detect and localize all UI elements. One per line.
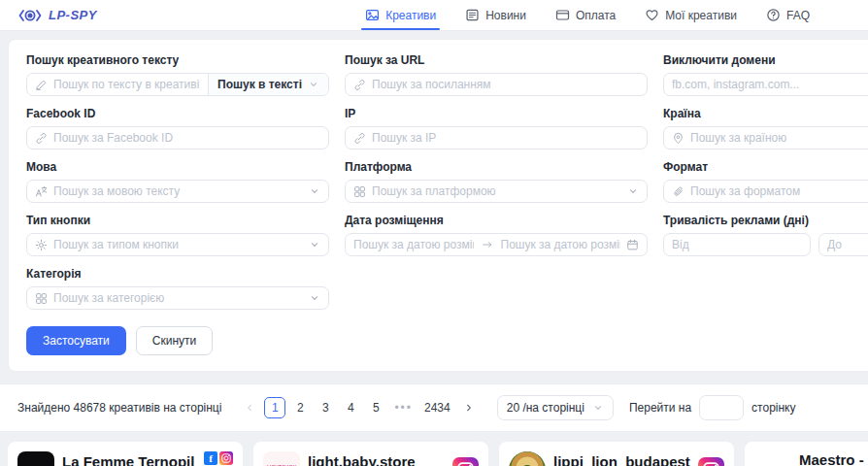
brand-logo[interactable]: LP-SPY — [17, 8, 97, 23]
pagination: 1 2 3 4 5 ••• 2434 — [239, 397, 479, 418]
instagram-icon — [698, 457, 724, 466]
map-pin-icon — [672, 132, 684, 145]
language-select[interactable] — [53, 184, 303, 198]
chevron-down-icon — [309, 239, 320, 250]
placement-date-label: Дата розміщення — [345, 214, 648, 227]
format-label: Формат — [663, 160, 868, 174]
creative-text-input[interactable] — [53, 78, 200, 91]
top-bar: LP-SPY Креативи Новини Оплата Мої креати… — [0, 0, 868, 31]
pagination-page-2[interactable]: 2 — [289, 397, 311, 418]
pagination-page-5[interactable]: 5 — [365, 397, 386, 418]
date-from-input[interactable] — [353, 238, 474, 251]
ip-input[interactable] — [372, 131, 639, 145]
ip-label: IP — [345, 107, 648, 120]
platform-select[interactable] — [372, 184, 621, 198]
facebook-id-input[interactable] — [53, 131, 320, 145]
arrow-right-icon — [482, 239, 493, 250]
pagination-next-button[interactable] — [458, 397, 480, 418]
results-bar: Знайдено 48678 креативів на сторінці 1 2… — [0, 383, 868, 432]
platform-label: Платформа — [345, 160, 648, 174]
avatar — [509, 451, 546, 466]
nav-news[interactable]: Новини — [465, 0, 526, 30]
instagram-icon — [452, 457, 479, 466]
chevron-down-icon — [592, 402, 604, 414]
pagination-page-3[interactable]: 3 — [315, 397, 336, 418]
pagination-prev-button[interactable] — [239, 397, 260, 418]
link-icon — [35, 132, 48, 145]
creative-card[interactable]: LA FEMME La Femme Ternopil 2025-11-20 21… — [8, 442, 243, 466]
field-exclude-domains: Виключити домени — [663, 53, 868, 96]
nav-news-label: Новини — [485, 9, 526, 22]
field-language: Мова — [26, 160, 329, 203]
grid-icon — [35, 292, 48, 305]
paperclip-icon — [672, 185, 684, 198]
chevron-left-icon — [244, 402, 255, 414]
duration-to-input[interactable] — [827, 238, 868, 251]
brand-name: LP-SPY — [49, 8, 97, 22]
country-label: Країна — [663, 107, 868, 120]
goto-page: Перейти на сторінку — [629, 395, 796, 420]
country-input[interactable] — [690, 131, 868, 145]
instagram-icon — [219, 451, 233, 465]
field-country: Країна — [663, 107, 868, 150]
creative-title: Maestro - кухні, меблі на замовлення в У… — [799, 451, 868, 466]
format-select[interactable] — [690, 184, 868, 198]
duration-from-input[interactable] — [672, 238, 802, 251]
heart-icon — [645, 8, 659, 22]
field-button-type: Тип кнопки — [26, 214, 329, 256]
filters-panel: Пошук креативного тексту Пошук в тексті … — [8, 39, 868, 372]
field-duration: Тривалість реклами (дні) — [663, 214, 868, 256]
news-icon — [465, 8, 480, 22]
pencil-icon — [35, 79, 48, 91]
creative-card[interactable]: LIGHT.BABY STORE light.baby.store 2025-1… — [253, 442, 488, 466]
facebook-icon — [204, 451, 217, 465]
page-size-value: 20 /на сторінці — [507, 401, 584, 415]
creative-title: lippi_lion_budapest — [553, 453, 690, 466]
field-facebook-id: Facebook ID — [26, 107, 329, 150]
date-to-input[interactable] — [501, 238, 621, 251]
chevron-right-icon — [463, 402, 475, 414]
field-url: Пошук за URL — [345, 53, 648, 96]
field-category: Категорія — [26, 267, 329, 310]
creative-card[interactable]: Maestro - кухні, меблі на замовлення в У… — [745, 442, 868, 466]
reset-button[interactable]: Скинути — [136, 326, 213, 355]
field-placement-date: Дата розміщення — [345, 214, 648, 256]
goto-suffix-label: сторінку — [751, 401, 795, 415]
pagination-page-4[interactable]: 4 — [340, 397, 361, 418]
field-platform: Платформа — [345, 160, 648, 203]
creative-title: La Femme Ternopil — [62, 453, 196, 466]
nav-my-creatives[interactable]: Мої креативи — [645, 0, 737, 30]
results-summary: Знайдено 48678 креативів на сторінці — [17, 401, 221, 415]
nav-payment[interactable]: Оплата — [555, 0, 616, 30]
creative-text-inputbox — [27, 74, 208, 95]
image-icon — [365, 8, 380, 22]
chevron-down-icon — [309, 185, 320, 197]
exclude-domains-input[interactable] — [672, 78, 868, 91]
main-nav: Креативи Новини Оплата Мої креативи FAQ — [365, 0, 810, 30]
nav-faq[interactable]: FAQ — [766, 0, 810, 30]
category-label: Категорія — [26, 267, 329, 281]
credit-card-icon — [555, 8, 570, 22]
creative-title: light.baby.store — [308, 453, 445, 466]
network-badges — [204, 451, 233, 466]
goto-prefix-label: Перейти на — [629, 401, 691, 415]
pagination-page-1[interactable]: 1 — [264, 397, 285, 418]
field-format: Формат — [663, 160, 868, 203]
text-search-mode-select[interactable]: Пошук в тексті — [208, 74, 328, 95]
creative-card[interactable]: lippi_lion_budapest 2025-11-20 21:02:03 … — [499, 442, 734, 466]
chevron-down-icon — [309, 292, 320, 304]
grid-icon — [353, 185, 366, 198]
avatar: LIGHT.BABY STORE — [263, 451, 300, 466]
url-input[interactable] — [372, 78, 639, 91]
page-size-select[interactable]: 20 /на сторінці — [497, 395, 614, 420]
pagination-last-page[interactable]: 2434 — [420, 397, 454, 418]
nav-creatives[interactable]: Креативи — [365, 0, 436, 30]
button-type-select[interactable] — [53, 238, 303, 251]
pagination-ellipsis[interactable]: ••• — [390, 397, 417, 418]
facebook-id-label: Facebook ID — [26, 107, 329, 120]
text-search-mode-value: Пошук в тексті — [217, 78, 302, 91]
url-label: Пошук за URL — [345, 53, 648, 67]
category-select[interactable] — [53, 291, 303, 305]
apply-button[interactable]: Застосувати — [26, 326, 126, 355]
goto-page-input[interactable] — [699, 395, 744, 420]
